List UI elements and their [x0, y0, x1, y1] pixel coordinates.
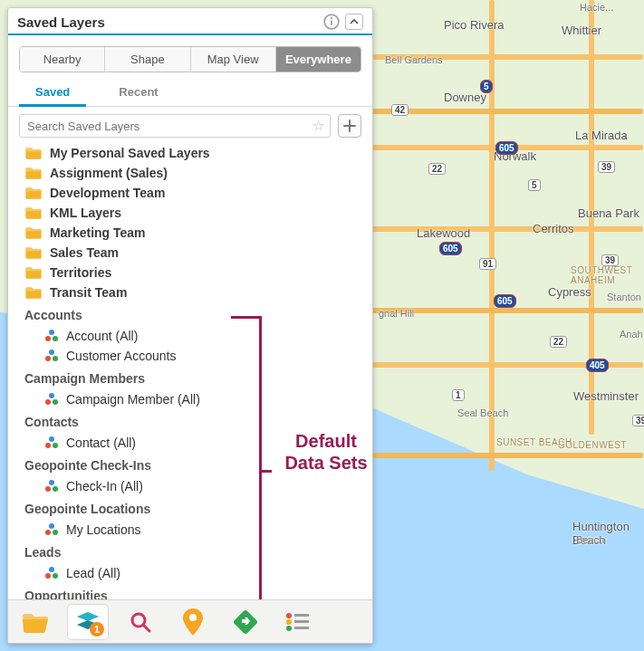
svg-point-16	[45, 486, 51, 492]
svg-point-17	[53, 486, 58, 492]
area-label: SOUTHWEST ANAHEIM	[571, 265, 644, 285]
svg-rect-31	[294, 614, 309, 617]
subtab-saved[interactable]: Saved	[19, 81, 86, 107]
folder-icon	[24, 146, 43, 160]
dataset-row[interactable]: Campaign Member (All)	[12, 389, 369, 409]
city-label: Stanton	[607, 292, 641, 302]
dataset-icon	[44, 522, 59, 537]
svg-point-6	[49, 349, 54, 355]
folder-name: My Personal Saved Layers	[50, 146, 210, 160]
hwy-shield: 605	[439, 242, 462, 255]
tab-map-view[interactable]: Map View	[190, 47, 275, 72]
road	[371, 109, 643, 114]
toolbar-marker[interactable]	[173, 605, 213, 639]
svg-point-18	[49, 523, 54, 529]
annotation-label: Default Data Sets	[276, 430, 376, 474]
svg-point-30	[286, 613, 292, 618]
panel-title: Saved Layers	[17, 14, 323, 30]
toolbar-search[interactable]	[120, 605, 160, 639]
svg-point-13	[45, 443, 51, 448]
folder-row[interactable]: Transit Team	[12, 282, 369, 302]
dataset-icon	[44, 436, 59, 450]
folder-icon	[24, 285, 43, 300]
dataset-row[interactable]: My Locations	[12, 520, 369, 540]
tab-shape[interactable]: Shape	[104, 47, 189, 72]
tab-nearby[interactable]: Nearby	[20, 47, 104, 72]
svg-point-34	[286, 626, 292, 631]
city-label: Bell Gardens	[385, 54, 443, 65]
toolbar-badge: 1	[90, 622, 104, 637]
tab-everywhere[interactable]: Everywhere	[275, 47, 360, 72]
svg-rect-2	[331, 20, 332, 25]
annotation-line: Data Sets	[284, 453, 367, 473]
toolbar-legend[interactable]	[278, 605, 318, 639]
route-shield: 1	[452, 389, 465, 401]
svg-point-10	[45, 399, 51, 405]
road	[362, 226, 643, 232]
folder-row[interactable]: Development Team	[12, 183, 369, 203]
folder-row[interactable]: Assignment (Sales)	[12, 163, 369, 183]
city-label: Seal Beach	[457, 407, 508, 418]
svg-point-21	[49, 567, 54, 572]
toolbar-folder[interactable]	[15, 605, 55, 639]
city-label: Westminster	[573, 389, 639, 403]
search-input[interactable]	[27, 120, 312, 133]
folder-name: Assignment (Sales)	[50, 166, 168, 180]
dataset-name: Customer Accounts	[66, 349, 176, 363]
city-label: Downey	[444, 91, 486, 104]
favorite-icon[interactable]: ☆	[312, 118, 324, 134]
toolbar-layers[interactable]: 1	[68, 605, 108, 639]
folder-name: KML Layers	[50, 206, 121, 220]
svg-point-4	[45, 336, 51, 341]
add-layer-button[interactable]	[338, 114, 361, 138]
collapse-button[interactable]	[345, 14, 363, 30]
svg-point-5	[53, 336, 58, 341]
folder-name: Territories	[50, 265, 111, 280]
dataset-name: Account (All)	[66, 329, 138, 343]
hwy-shield: 405	[586, 359, 609, 372]
city-label: Whittier	[562, 24, 601, 37]
bottom-toolbar: 1	[8, 599, 372, 643]
annotation-bracket	[231, 316, 262, 624]
toolbar-directions[interactable]	[226, 605, 265, 639]
city-label: Buena Park	[578, 206, 639, 220]
folder-row[interactable]: Territories	[12, 263, 369, 282]
route-shield: 22	[428, 163, 446, 175]
svg-point-23	[53, 573, 58, 579]
svg-point-12	[49, 436, 54, 442]
svg-point-27	[132, 614, 145, 627]
dataset-row[interactable]: Lead (All)	[12, 563, 369, 583]
dataset-icon	[44, 566, 59, 580]
subtab-recent[interactable]: Recent	[102, 81, 174, 106]
svg-point-32	[286, 619, 292, 625]
folder-icon	[24, 186, 43, 200]
dataset-row[interactable]: Check-In (All)	[12, 476, 369, 496]
svg-point-28	[189, 614, 197, 621]
folder-row[interactable]: KML Layers	[12, 203, 369, 223]
dataset-icon	[44, 329, 59, 343]
sub-tabs: Saved Recent	[8, 81, 372, 107]
road	[489, 0, 495, 471]
city-label: Cypress	[548, 285, 591, 299]
dataset-row[interactable]: Customer Accounts	[12, 346, 369, 366]
svg-rect-33	[294, 620, 309, 623]
svg-point-20	[53, 530, 58, 535]
folder-row[interactable]: My Personal Saved Layers	[12, 143, 369, 163]
folder-name: Transit Team	[50, 285, 127, 300]
section-heading: Leads	[12, 540, 369, 563]
svg-point-14	[53, 443, 58, 448]
route-shield: 39	[632, 415, 644, 426]
folder-name: Development Team	[50, 186, 165, 200]
folder-name: Sales Team	[50, 245, 119, 260]
dataset-name: Check-In (All)	[66, 479, 143, 493]
folder-row[interactable]: Marketing Team	[12, 223, 369, 243]
svg-point-19	[45, 530, 51, 535]
city-label: La Mirada	[575, 129, 628, 142]
dataset-row[interactable]: Account (All)	[12, 326, 369, 346]
city-label: Beach	[576, 534, 604, 545]
route-shield: 42	[391, 104, 409, 116]
info-icon[interactable]	[323, 14, 340, 30]
search-box[interactable]: ☆	[19, 114, 331, 138]
city-label: Cerritos	[533, 222, 574, 235]
folder-row[interactable]: Sales Team	[12, 243, 369, 263]
